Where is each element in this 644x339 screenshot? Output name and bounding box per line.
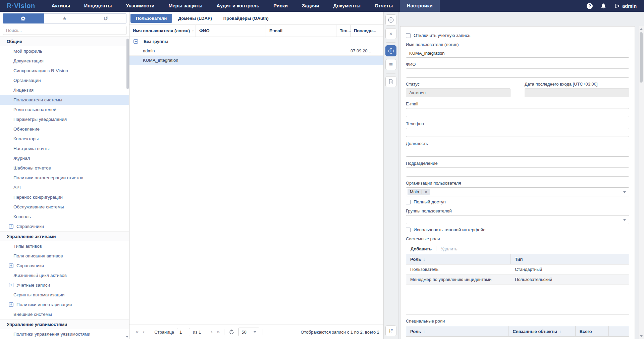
tab-domains-ldap[interactable]: Домены (LDAP) bbox=[173, 14, 217, 23]
organizations-multiselect[interactable]: Main | bbox=[406, 187, 629, 196]
nav-item-reports[interactable]: Отчеты bbox=[368, 0, 400, 12]
column-header-type[interactable]: Тип bbox=[511, 254, 629, 264]
column-header-fio[interactable]: ФИО bbox=[196, 25, 266, 37]
sidebar-item-organizations[interactable]: Организации bbox=[0, 76, 129, 85]
phone-field[interactable] bbox=[406, 128, 629, 137]
nav-item-assets[interactable]: Активы bbox=[45, 0, 77, 12]
tab-history[interactable] bbox=[85, 13, 126, 23]
sidebar-item-system-users[interactable]: Пользователи системы bbox=[0, 95, 129, 105]
table-row-admin[interactable]: admin 07.09.20... bbox=[129, 46, 383, 56]
list-view-button[interactable] bbox=[385, 59, 396, 70]
nav-item-tasks[interactable]: Задачи bbox=[295, 0, 326, 12]
sidebar-item-vuln-policies[interactable]: Политики управления уязвимостями bbox=[0, 329, 129, 337]
position-field[interactable] bbox=[406, 148, 629, 157]
tab-favorites[interactable] bbox=[44, 13, 86, 23]
email-field[interactable] bbox=[406, 108, 629, 117]
notifications-bell-icon[interactable] bbox=[601, 3, 606, 9]
system-role-row[interactable]: Пользователь Стандартный bbox=[406, 264, 629, 275]
column-header-phone[interactable]: Тел... bbox=[336, 25, 351, 37]
sort-settings-button[interactable] bbox=[385, 325, 396, 336]
nav-item-incidents[interactable]: Инциденты bbox=[77, 0, 119, 12]
sidebar-item-accounts[interactable]: Учетные записи bbox=[0, 280, 129, 290]
tab-settings-gear[interactable] bbox=[3, 13, 44, 23]
sidebar-item-config-transfer[interactable]: Перенос конфигурации bbox=[0, 192, 129, 202]
add-role-button[interactable]: Добавить bbox=[411, 246, 432, 251]
sidebar-item-report-templates[interactable]: Шаблоны отчетов bbox=[0, 163, 129, 173]
nav-item-risks[interactable]: Риски bbox=[266, 0, 295, 12]
nav-item-protection[interactable]: Меры защиты bbox=[161, 0, 209, 12]
logout-icon[interactable] bbox=[614, 3, 620, 9]
login-field[interactable] bbox=[406, 49, 629, 58]
sidebar-item-collectors[interactable]: Коллекторы bbox=[0, 134, 129, 144]
page-size-select[interactable]: 50 bbox=[238, 328, 259, 336]
table-group-row[interactable]: Без группы bbox=[129, 37, 383, 46]
nav-item-settings[interactable]: Настройки bbox=[400, 0, 440, 12]
sidebar-scroll-down-icon[interactable] bbox=[126, 336, 128, 338]
full-access-checkbox-row[interactable]: Полный доступ bbox=[406, 199, 629, 204]
sidebar-item-api[interactable]: API bbox=[0, 183, 129, 192]
expand-plus-icon[interactable] bbox=[9, 263, 13, 268]
fio-field[interactable] bbox=[406, 68, 629, 78]
remove-tag-icon[interactable] bbox=[425, 189, 427, 194]
table-row-kuma-integration[interactable]: KUMA_integration bbox=[129, 56, 383, 65]
full-access-checkbox[interactable] bbox=[406, 200, 411, 204]
sidebar-item-asset-lifecycle[interactable]: Жизненный цикл активов bbox=[0, 271, 129, 280]
tab-providers-oauth[interactable]: Провайдеры (OAuth) bbox=[218, 14, 274, 23]
sidebar-item-mail-settings[interactable]: Настройка почты bbox=[0, 144, 129, 153]
sidebar-item-notification-params[interactable]: Параметры уведомления bbox=[0, 114, 129, 124]
column-header-role[interactable]: Роль bbox=[406, 254, 511, 264]
delete-user-button[interactable] bbox=[385, 28, 396, 39]
system-role-row[interactable]: Менеджер по управлению инцидентами Польз… bbox=[406, 275, 629, 285]
sidebar-item-sync[interactable]: Синхронизация с R-Vision bbox=[0, 66, 129, 76]
refresh-icon[interactable] bbox=[229, 329, 234, 335]
column-header-login[interactable]: Имя пользователя (логин) bbox=[129, 25, 196, 37]
export-button[interactable] bbox=[385, 76, 396, 87]
sidebar-item-license[interactable]: Лицензия bbox=[0, 85, 129, 95]
sidebar-item-automation-scripts[interactable]: Скрипты автоматизации bbox=[0, 290, 129, 300]
nav-item-vulnerabilities[interactable]: Уязвимости bbox=[119, 0, 161, 12]
collapse-minus-icon[interactable] bbox=[133, 39, 138, 44]
column-header-total[interactable]: Всего bbox=[576, 326, 609, 336]
column-header-last-login[interactable]: Последн... bbox=[351, 25, 382, 37]
sidebar-item-inventory-policies[interactable]: Политики инвентаризации bbox=[0, 300, 129, 309]
expand-plus-icon[interactable] bbox=[9, 224, 13, 229]
sidebar-item-dictionaries[interactable]: Справочники bbox=[0, 222, 129, 231]
sidebar-item-documentation[interactable]: Документация bbox=[0, 56, 129, 66]
department-field[interactable] bbox=[406, 167, 629, 177]
help-icon[interactable] bbox=[587, 3, 593, 9]
nav-item-audit[interactable]: Аудит и контроль bbox=[210, 0, 267, 12]
last-page-button[interactable] bbox=[215, 329, 222, 335]
sidebar-item-console[interactable]: Консоль bbox=[0, 212, 129, 222]
search-input[interactable] bbox=[3, 26, 126, 35]
sidebar-item-journal[interactable]: Журнал bbox=[0, 153, 129, 163]
column-header-email[interactable]: E-mail bbox=[266, 25, 336, 37]
info-panel-button[interactable] bbox=[385, 45, 396, 56]
sidebar-item-my-profile[interactable]: Мой профиль bbox=[0, 46, 129, 56]
add-user-button[interactable] bbox=[385, 14, 396, 26]
scroll-up-icon[interactable] bbox=[640, 28, 643, 30]
first-page-button[interactable] bbox=[133, 329, 141, 335]
scroll-down-icon[interactable] bbox=[640, 335, 643, 337]
typical-ui-checkbox-row[interactable]: Использовать типовой интерфейс bbox=[406, 227, 629, 232]
column-header-role[interactable]: Роль bbox=[406, 326, 508, 336]
tab-users[interactable]: Пользователи bbox=[130, 14, 172, 23]
page-number-input[interactable] bbox=[177, 328, 190, 336]
expand-plus-icon[interactable] bbox=[9, 302, 13, 307]
disable-account-checkbox[interactable] bbox=[406, 33, 411, 38]
sidebar-item-system-maintenance[interactable]: Обслуживание системы bbox=[0, 202, 129, 212]
nav-item-documents[interactable]: Документы bbox=[326, 0, 368, 12]
expand-plus-icon[interactable] bbox=[9, 283, 13, 287]
column-header-linked-objects[interactable]: Связанные объекты bbox=[508, 326, 575, 336]
user-menu[interactable]: admin bbox=[614, 3, 637, 9]
sidebar-item-asset-types[interactable]: Типы активов bbox=[0, 241, 129, 251]
sidebar-item-report-policies[interactable]: Политики автогенерации отчетов bbox=[0, 173, 129, 183]
user-groups-select[interactable] bbox=[406, 215, 629, 224]
sidebar-item-external-systems[interactable]: Внешние системы bbox=[0, 309, 129, 319]
sidebar-item-asset-fields[interactable]: Поля описания активов bbox=[0, 251, 129, 261]
remove-role-button[interactable]: Удалить bbox=[441, 246, 458, 251]
sidebar-scrollbar-thumb[interactable] bbox=[126, 39, 129, 89]
typical-ui-checkbox[interactable] bbox=[406, 228, 411, 232]
scrollbar-thumb[interactable] bbox=[640, 32, 643, 83]
next-page-button[interactable] bbox=[209, 329, 215, 335]
disable-account-checkbox-row[interactable]: Отключить учетную запись bbox=[406, 33, 629, 38]
